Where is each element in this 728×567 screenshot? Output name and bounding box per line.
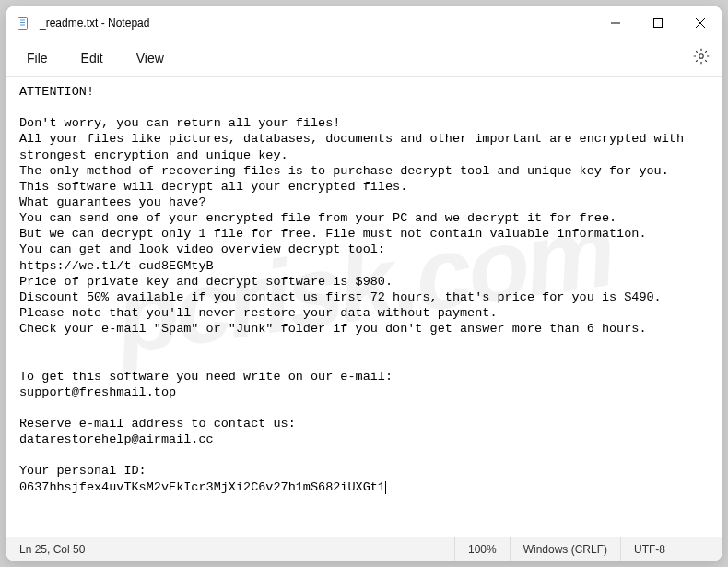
settings-button[interactable] [685,41,718,75]
text-caret [385,481,386,494]
status-zoom: 100% [454,537,510,561]
svg-rect-5 [654,19,663,28]
menu-file[interactable]: File [10,45,65,71]
menu-edit[interactable]: Edit [65,45,120,71]
statusbar: Ln 25, Col 50 100% Windows (CRLF) UTF-8 [6,537,722,561]
window-title: _readme.txt - Notepad [40,17,149,30]
minimize-button[interactable] [594,6,637,40]
document-text: ATTENTION! Don't worry, you can return a… [19,85,691,494]
status-eol: Windows (CRLF) [510,537,620,561]
menubar: File Edit View [6,40,722,77]
maximize-button[interactable] [637,6,679,40]
menu-view[interactable]: View [120,45,181,71]
notepad-icon [16,16,30,30]
status-cursor-position: Ln 25, Col 50 [6,537,98,561]
notepad-window: _readme.txt - Notepad File Edit View ATT… [6,6,722,561]
status-encoding: UTF-8 [620,537,722,561]
svg-point-8 [699,53,704,58]
text-area[interactable]: ATTENTION! Don't worry, you can return a… [6,77,722,537]
close-button[interactable] [679,6,722,40]
titlebar[interactable]: _readme.txt - Notepad [6,6,722,40]
gear-icon [693,48,710,68]
svg-rect-0 [18,18,28,30]
